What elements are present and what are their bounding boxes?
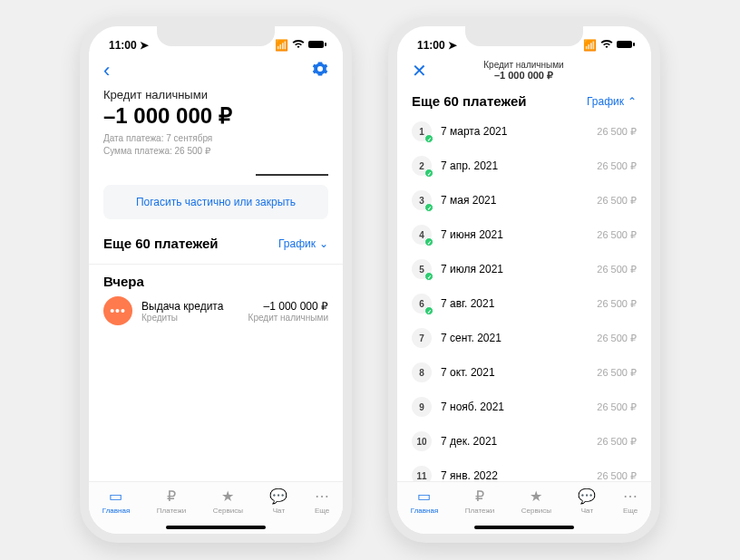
payment-number-badge: 1✓	[412, 121, 432, 141]
payment-date: 7 марта 2021	[441, 125, 588, 138]
payment-row[interactable]: 3✓7 мая 202126 500 ₽	[412, 183, 637, 217]
more-icon: ⋯	[623, 488, 638, 505]
transaction-category: Кредиты	[141, 313, 239, 323]
chevron-up-icon: ⌃	[628, 95, 637, 108]
tab-главная[interactable]: ▭Главная	[102, 488, 130, 534]
divider	[256, 174, 328, 176]
tab-label: Сервисы	[213, 507, 243, 515]
location-icon: ➤	[140, 39, 149, 52]
tab-label: Чат	[273, 507, 285, 515]
tab-еще[interactable]: ⋯Еще	[315, 488, 329, 534]
transaction-amount: –1 000 000 ₽	[248, 300, 328, 313]
tab-чат[interactable]: 💬Чат	[269, 488, 287, 534]
star-icon: ★	[530, 488, 542, 505]
payment-row[interactable]: 5✓7 июля 202126 500 ₽	[412, 252, 637, 286]
more-icon: ⋯	[315, 488, 329, 505]
home-indicator[interactable]	[474, 526, 574, 529]
payment-number-badge: 8	[412, 362, 432, 382]
payment-amount: 26 500 ₽	[597, 470, 637, 482]
check-icon: ✓	[424, 272, 433, 281]
check-icon: ✓	[424, 134, 433, 143]
wifi-icon	[600, 39, 613, 52]
account-subtitle: Кредит наличными	[103, 88, 328, 101]
signal-icon: 📶	[275, 39, 288, 52]
payment-date: 7 июня 2021	[441, 228, 588, 241]
check-icon: ✓	[424, 237, 433, 246]
tab-label: Главная	[411, 507, 438, 515]
tab-label: Главная	[102, 507, 130, 515]
check-icon: ✓	[424, 203, 433, 212]
repay-close-button[interactable]: Погасить частично или закрыть	[103, 185, 328, 219]
tab-label: Чат	[581, 507, 593, 515]
star-icon: ★	[221, 488, 234, 505]
chat-icon: 💬	[578, 488, 596, 505]
payment-date: 7 сент. 2021	[441, 332, 588, 344]
payment-date: 7 июля 2021	[441, 263, 588, 275]
nav-mini-title: Кредит наличными –1 000 000 ₽	[427, 60, 620, 81]
chevron-down-icon: ⌄	[319, 237, 328, 250]
tab-еще[interactable]: ⋯Еще	[623, 488, 638, 534]
tab-label: Еще	[623, 507, 638, 515]
payment-row[interactable]: 97 нояб. 202126 500 ₽	[412, 390, 637, 424]
back-button[interactable]: ‹	[103, 59, 110, 82]
payment-number-badge: 2✓	[412, 156, 432, 176]
schedule-toggle[interactable]: График ⌃	[587, 95, 637, 108]
svg-rect-2	[617, 41, 632, 48]
settings-button[interactable]	[312, 61, 328, 81]
location-icon: ➤	[448, 39, 457, 52]
schedule-toggle-label: График	[587, 95, 624, 108]
signal-icon: 📶	[583, 39, 597, 52]
transaction-row[interactable]: ••• Выдача кредита Кредиты –1 000 000 ₽ …	[103, 296, 328, 325]
status-time: 11:00	[109, 39, 137, 52]
payment-amount: 26 500 ₽	[597, 367, 637, 379]
payment-number-badge: 10	[412, 431, 432, 451]
battery-icon	[617, 39, 635, 52]
close-button[interactable]: ✕	[412, 60, 427, 82]
card-icon: ▭	[109, 488, 122, 505]
tab-label: Сервисы	[521, 507, 551, 515]
notch	[157, 26, 275, 46]
payment-row[interactable]: 6✓7 авг. 202126 500 ₽	[412, 286, 637, 321]
payment-number-badge: 9	[412, 397, 432, 417]
tab-label: Платежи	[157, 507, 186, 515]
payment-number-badge: 6✓	[412, 294, 432, 314]
nav-title-line1: Кредит наличными	[427, 60, 620, 70]
payment-amount: 26 500 ₽	[597, 401, 637, 413]
payment-row[interactable]: 4✓7 июня 202126 500 ₽	[412, 217, 637, 252]
home-indicator[interactable]	[166, 526, 266, 529]
phone-schedule: 11:00 ➤ 📶 ✕ Кредит наличными –1 000 000 …	[388, 17, 660, 543]
payment-row[interactable]: 107 дек. 202126 500 ₽	[412, 424, 637, 459]
battery-icon	[308, 39, 326, 52]
card-icon: ▭	[417, 488, 431, 505]
payment-amount: 26 500 ₽	[597, 229, 637, 241]
payment-date: 7 мая 2021	[441, 194, 588, 207]
payments-section-title: Еще 60 платежей	[412, 93, 526, 109]
screen-schedule: ✕ Кредит наличными –1 000 000 ₽ Еще 60 п…	[397, 52, 651, 481]
payment-list[interactable]: 1✓7 марта 202126 500 ₽2✓7 апр. 202126 50…	[412, 114, 637, 481]
payment-row[interactable]: 87 окт. 202126 500 ₽	[412, 355, 637, 390]
transaction-amount-sub: Кредит наличными	[248, 313, 328, 323]
payment-amount-meta: Сумма платежа: 26 500 ₽	[103, 145, 328, 158]
svg-rect-0	[308, 41, 324, 48]
payments-section-title: Еще 60 платежей	[103, 236, 218, 251]
tab-главная[interactable]: ▭Главная	[411, 488, 438, 534]
status-time: 11:00	[417, 39, 445, 52]
ruble-icon: ₽	[475, 488, 484, 505]
payment-date: 7 авг. 2021	[441, 297, 588, 310]
payment-amount: 26 500 ₽	[597, 333, 637, 344]
payment-number-badge: 4✓	[412, 225, 432, 245]
payment-row[interactable]: 1✓7 марта 202126 500 ₽	[412, 114, 637, 149]
payment-date: 7 апр. 2021	[441, 159, 588, 172]
svg-rect-1	[325, 43, 326, 46]
schedule-toggle[interactable]: График ⌄	[278, 237, 328, 250]
payment-row[interactable]: 2✓7 апр. 202126 500 ₽	[412, 149, 637, 183]
chat-icon: 💬	[269, 488, 287, 505]
separator	[89, 264, 343, 265]
tab-чат[interactable]: 💬Чат	[578, 488, 596, 534]
payment-amount: 26 500 ₽	[597, 264, 637, 275]
day-group-label: Вчера	[103, 274, 328, 289]
payment-row[interactable]: 117 янв. 202226 500 ₽	[412, 459, 637, 481]
payment-row[interactable]: 77 сент. 202126 500 ₽	[412, 321, 637, 355]
payment-amount: 26 500 ₽	[597, 195, 637, 207]
payment-amount: 26 500 ₽	[597, 126, 637, 138]
